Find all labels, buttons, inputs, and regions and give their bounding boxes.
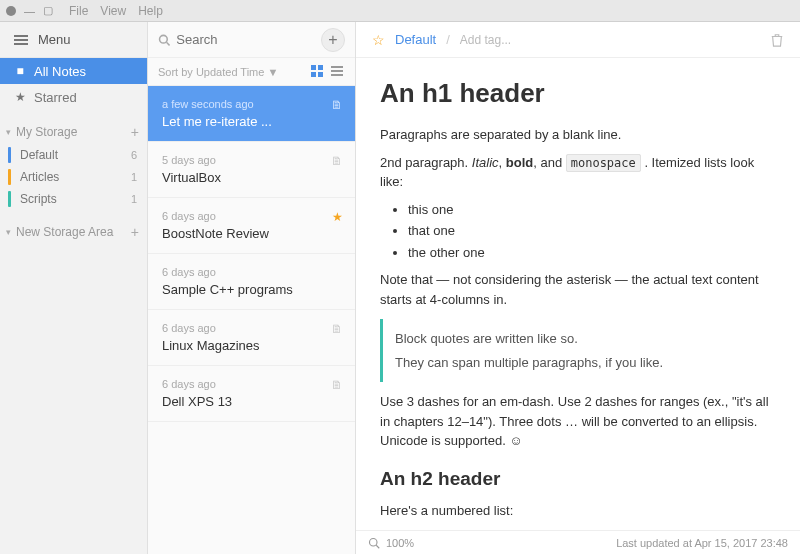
star-toggle-icon[interactable]: ☆ <box>372 32 385 48</box>
note-title: BoostNote Review <box>162 226 341 241</box>
note-title: Let me re-iterate ... <box>162 114 341 129</box>
svg-rect-5 <box>318 72 323 77</box>
chevron-down-icon: ▾ <box>6 227 16 237</box>
folder-count: 6 <box>131 149 137 161</box>
svg-rect-3 <box>318 65 323 70</box>
chevron-down-icon: ▾ <box>6 127 16 137</box>
document-icon: 🗎 <box>331 322 343 336</box>
doc-ol: first item <box>408 529 776 531</box>
doc-paragraph: Paragraphs are separated by a blank line… <box>380 125 776 145</box>
list-item: this one <box>408 200 776 220</box>
editor-header: ☆ Default / Add tag... <box>356 22 800 58</box>
list-view-icon[interactable] <box>331 65 345 79</box>
svg-rect-4 <box>311 72 316 77</box>
folder-color-icon <box>8 191 11 207</box>
sort-prefix: Sort by <box>158 66 193 78</box>
folder-color-icon <box>8 169 11 185</box>
list-item: that one <box>408 221 776 241</box>
storage-group-label: New Storage Area <box>16 225 113 239</box>
editor-footer: 100% Last updated at Apr 15, 2017 23:48 <box>356 530 800 554</box>
doc-h1: An h1 header <box>380 74 776 113</box>
editor-body[interactable]: An h1 header Paragraphs are separated by… <box>356 58 800 530</box>
note-item[interactable]: 6 days agoSample C++ programs <box>148 254 355 310</box>
last-updated-label: Last updated at Apr 15, 2017 23:48 <box>616 537 788 549</box>
doc-paragraph: Use 3 dashes for an em-dash. Use 2 dashe… <box>380 392 776 451</box>
all-notes-icon: ■ <box>14 64 26 78</box>
search-input[interactable] <box>176 32 313 47</box>
note-title: Dell XPS 13 <box>162 394 341 409</box>
window-maximize-icon[interactable]: ▢ <box>43 4 53 17</box>
note-time: 5 days ago <box>162 154 341 166</box>
note-time: 6 days ago <box>162 210 341 222</box>
doc-blockquote: Block quotes are written like so. They c… <box>380 319 776 382</box>
note-item[interactable]: a few seconds agoLet me re-iterate ...🗎 <box>148 86 355 142</box>
list-item: the other one <box>408 243 776 263</box>
trash-icon[interactable] <box>770 33 784 47</box>
zoom-icon[interactable] <box>368 537 380 549</box>
nav-all-notes[interactable]: ■ All Notes <box>0 58 147 84</box>
nav-label: All Notes <box>34 64 86 79</box>
sort-value: Updated Time ▼ <box>196 66 278 78</box>
search-field[interactable] <box>158 32 313 47</box>
folder-articles[interactable]: Articles 1 <box>0 166 147 188</box>
window-minimize-icon[interactable]: — <box>24 5 35 17</box>
add-tag-input[interactable]: Add tag... <box>460 33 511 47</box>
svg-line-1 <box>166 42 169 45</box>
doc-h2: An h2 header <box>380 465 776 494</box>
zoom-value[interactable]: 100% <box>386 537 414 549</box>
folder-label: Scripts <box>20 192 57 206</box>
note-list-panel: + Sort by Updated Time ▼ a few seconds a… <box>148 22 356 554</box>
folder-scripts[interactable]: Scripts 1 <box>0 188 147 210</box>
star-icon: ★ <box>332 210 343 224</box>
note-time: 6 days ago <box>162 378 341 390</box>
hamburger-icon <box>14 35 28 45</box>
sidebar: Menu ■ All Notes ★ Starred ▾ My Storage … <box>0 22 148 554</box>
menu-view[interactable]: View <box>100 4 126 18</box>
window-titlebar: — ▢ File View Help <box>0 0 800 22</box>
doc-ul: this one that one the other one <box>408 200 776 263</box>
note-title: Sample C++ programs <box>162 282 341 297</box>
doc-paragraph: 2nd paragraph. Italic, bold, and monospa… <box>380 153 776 192</box>
add-note-button[interactable]: + <box>321 28 345 52</box>
nav-label: Starred <box>34 90 77 105</box>
folder-label: Articles <box>20 170 59 184</box>
menu-help[interactable]: Help <box>138 4 163 18</box>
note-item[interactable]: 6 days agoLinux Magazines🗎 <box>148 310 355 366</box>
note-time: 6 days ago <box>162 266 341 278</box>
menu-file[interactable]: File <box>69 4 88 18</box>
document-icon: 🗎 <box>331 378 343 392</box>
window-close-icon[interactable] <box>6 6 16 16</box>
svg-rect-7 <box>331 70 343 72</box>
doc-paragraph: Here's a numbered list: <box>380 501 776 521</box>
editor-panel: ☆ Default / Add tag... An h1 header Para… <box>356 22 800 554</box>
nav-starred[interactable]: ★ Starred <box>0 84 147 110</box>
storage-group-label: My Storage <box>16 125 77 139</box>
grid-view-icon[interactable] <box>311 65 325 79</box>
svg-rect-2 <box>311 65 316 70</box>
separator: / <box>446 32 450 47</box>
note-item[interactable]: 6 days agoBoostNote Review★ <box>148 198 355 254</box>
folder-default[interactable]: Default 6 <box>0 144 147 166</box>
storage-group-header[interactable]: ▾ New Storage Area + <box>0 220 147 244</box>
list-item: first item <box>408 529 776 531</box>
storage-group-header[interactable]: ▾ My Storage + <box>0 120 147 144</box>
search-icon <box>158 33 170 47</box>
note-title: VirtualBox <box>162 170 341 185</box>
note-item[interactable]: 5 days agoVirtualBox🗎 <box>148 142 355 198</box>
svg-rect-6 <box>331 66 343 68</box>
document-icon: 🗎 <box>331 98 343 112</box>
note-item[interactable]: 6 days agoDell XPS 13🗎 <box>148 366 355 422</box>
menu-label: Menu <box>38 32 71 47</box>
folder-count: 1 <box>131 193 137 205</box>
document-icon: 🗎 <box>331 154 343 168</box>
note-folder-label[interactable]: Default <box>395 32 436 47</box>
doc-paragraph: Note that — not considering the asterisk… <box>380 270 776 309</box>
sort-bar[interactable]: Sort by Updated Time ▼ <box>148 58 355 86</box>
folder-color-icon <box>8 147 11 163</box>
add-folder-icon[interactable]: + <box>131 224 139 240</box>
note-time: 6 days ago <box>162 322 341 334</box>
menu-toggle[interactable]: Menu <box>0 22 147 58</box>
svg-point-9 <box>370 538 378 546</box>
folder-count: 1 <box>131 171 137 183</box>
add-folder-icon[interactable]: + <box>131 124 139 140</box>
